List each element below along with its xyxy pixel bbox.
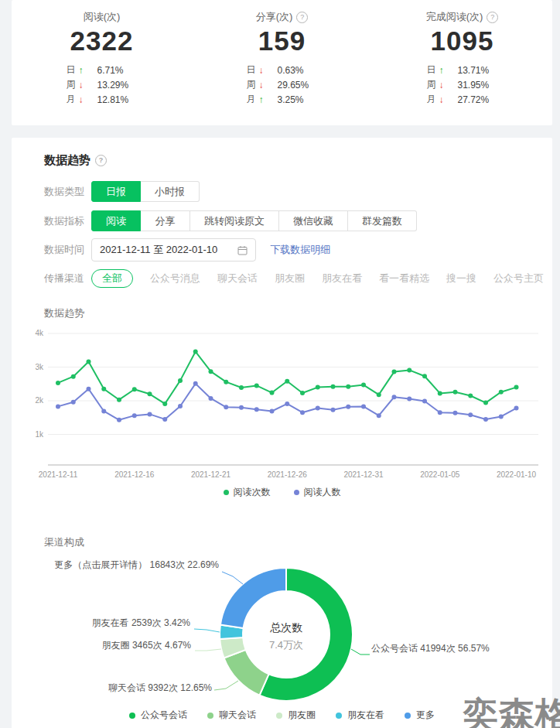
- download-data-link[interactable]: 下载数据明细: [270, 243, 330, 257]
- legend-dot-icon: [224, 490, 229, 495]
- data-point[interactable]: [71, 400, 76, 405]
- data-trend-card: 数据趋势 ? 数据类型 日报 小时报 数据指标 阅读 分享 跳转阅读原文 微信收…: [12, 138, 552, 728]
- data-point[interactable]: [392, 370, 397, 374]
- data-point[interactable]: [148, 412, 152, 416]
- donut-slice-更多[interactable]: [220, 568, 286, 628]
- tab-metric-share[interactable]: 分享: [141, 210, 190, 231]
- data-point[interactable]: [331, 385, 336, 389]
- tab-hourly-report[interactable]: 小时报: [141, 181, 200, 202]
- data-point[interactable]: [224, 380, 228, 385]
- tab-metric-favorite[interactable]: 微信收藏: [279, 210, 348, 231]
- data-point[interactable]: [514, 406, 519, 411]
- data-point[interactable]: [361, 383, 366, 388]
- data-point[interactable]: [483, 417, 488, 422]
- data-point[interactable]: [254, 383, 259, 388]
- channel-chat[interactable]: 聊天会话: [217, 272, 258, 285]
- legend-moments[interactable]: 朋友圈: [276, 709, 316, 722]
- help-icon[interactable]: ?: [95, 155, 107, 166]
- data-point[interactable]: [346, 405, 350, 409]
- data-point[interactable]: [438, 391, 442, 395]
- data-point[interactable]: [178, 404, 183, 408]
- data-point[interactable]: [56, 381, 60, 385]
- data-point[interactable]: [209, 369, 213, 374]
- legend-dot-icon: [129, 713, 135, 719]
- data-point[interactable]: [422, 374, 427, 378]
- data-point[interactable]: [285, 379, 289, 384]
- tab-metric-original-link[interactable]: 跳转阅读原文: [190, 210, 279, 231]
- date-range-picker[interactable]: 2021-12-11 至 2022-01-10: [91, 238, 256, 261]
- data-point[interactable]: [468, 412, 473, 417]
- calendar-icon: [237, 245, 248, 255]
- callout-leader-line: [195, 649, 221, 651]
- tab-metric-read[interactable]: 阅读: [91, 210, 141, 231]
- data-point[interactable]: [193, 349, 198, 354]
- channel-moments[interactable]: 朋友圈: [275, 272, 305, 285]
- data-point[interactable]: [239, 385, 244, 390]
- data-point[interactable]: [407, 367, 411, 372]
- channel-all[interactable]: 全部: [91, 269, 133, 288]
- tab-daily-report[interactable]: 日报: [91, 181, 141, 202]
- data-point[interactable]: [316, 406, 320, 411]
- data-point[interactable]: [254, 407, 259, 412]
- data-point[interactable]: [209, 396, 213, 401]
- data-point[interactable]: [178, 378, 183, 383]
- data-point[interactable]: [499, 414, 504, 419]
- data-point[interactable]: [300, 391, 305, 395]
- filter-row-metric: 数据指标 阅读 分享 跳转阅读原文 微信收藏 群发篇数: [44, 210, 417, 231]
- data-point[interactable]: [132, 413, 137, 418]
- data-point[interactable]: [453, 390, 458, 395]
- data-point[interactable]: [438, 410, 442, 415]
- data-point[interactable]: [377, 392, 381, 397]
- data-point[interactable]: [148, 391, 152, 396]
- data-point[interactable]: [499, 390, 504, 395]
- data-point[interactable]: [101, 387, 106, 391]
- channel-top-stories[interactable]: 看一看精选: [379, 272, 429, 285]
- data-point[interactable]: [71, 374, 76, 379]
- data-point[interactable]: [514, 385, 519, 390]
- legend-friends-reading[interactable]: 朋友在看: [336, 709, 384, 722]
- help-icon[interactable]: ?: [296, 12, 308, 23]
- channel-official-message[interactable]: 公众号消息: [150, 272, 200, 285]
- tab-metric-article-count[interactable]: 群发篇数: [348, 210, 417, 231]
- data-point[interactable]: [346, 385, 350, 389]
- data-point[interactable]: [392, 395, 397, 399]
- arrow-down-icon: ↓: [439, 94, 458, 105]
- legend-read-count[interactable]: 阅读次数: [224, 486, 271, 499]
- callout-more[interactable]: 更多（点击展开详情） 16843次 22.69%: [54, 559, 219, 572]
- data-point[interactable]: [117, 398, 121, 402]
- data-point[interactable]: [483, 401, 488, 405]
- channel-search[interactable]: 搜一搜: [446, 272, 476, 285]
- data-point[interactable]: [377, 413, 381, 418]
- data-point[interactable]: [331, 408, 336, 412]
- data-point[interactable]: [270, 391, 275, 395]
- donut-slice-聊天会话[interactable]: [224, 650, 269, 696]
- data-point[interactable]: [101, 408, 106, 413]
- data-point[interactable]: [422, 398, 427, 403]
- legend-chat[interactable]: 聊天会话: [207, 709, 256, 722]
- data-point[interactable]: [407, 396, 411, 401]
- data-point[interactable]: [162, 417, 167, 422]
- data-point[interactable]: [117, 418, 121, 422]
- data-point[interactable]: [162, 402, 167, 406]
- legend-official-chat[interactable]: 公众号会话: [129, 709, 187, 722]
- data-point[interactable]: [224, 405, 228, 409]
- data-point[interactable]: [300, 410, 305, 415]
- data-point[interactable]: [285, 402, 289, 406]
- channel-friends-reading[interactable]: 朋友在看: [322, 272, 362, 285]
- help-icon[interactable]: ?: [487, 12, 498, 23]
- data-point[interactable]: [87, 360, 91, 364]
- data-point[interactable]: [239, 405, 244, 410]
- data-point[interactable]: [56, 404, 60, 408]
- data-point[interactable]: [361, 404, 366, 408]
- data-point[interactable]: [270, 408, 275, 413]
- data-point[interactable]: [453, 411, 458, 415]
- data-point[interactable]: [316, 385, 320, 390]
- callout-friends-reading: 朋友在看 2539次 3.42%: [92, 617, 190, 630]
- channel-profile-page[interactable]: 公众号主页: [493, 272, 544, 285]
- legend-more[interactable]: 更多: [405, 709, 435, 722]
- data-point[interactable]: [87, 387, 91, 391]
- data-point[interactable]: [132, 387, 137, 391]
- data-point[interactable]: [468, 393, 473, 398]
- data-point[interactable]: [193, 381, 198, 386]
- legend-reader-count[interactable]: 阅读人数: [294, 486, 341, 499]
